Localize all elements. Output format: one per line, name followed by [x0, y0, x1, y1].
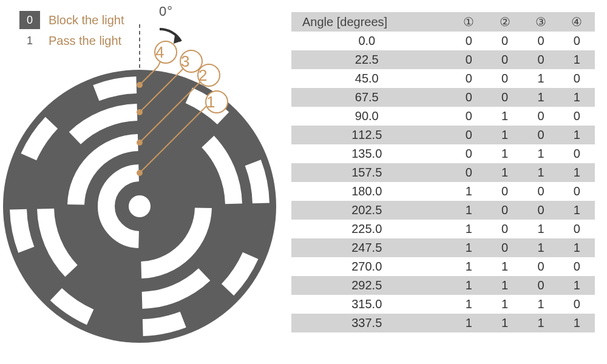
cell-c1: 0 [451, 144, 487, 163]
cell-c3: 0 [523, 126, 558, 144]
cell-c3: 1 [523, 238, 558, 257]
encoder-diagram-pane: 0 Block the light 1 Pass the light 0° [0, 0, 291, 364]
cell-c1: 0 [451, 69, 487, 88]
cell-c2: 1 [487, 276, 523, 295]
cell-c1: 1 [451, 238, 487, 257]
cell-angle: 225.0 [291, 220, 451, 238]
table-row: 67.50011 [291, 88, 595, 107]
truth-table-pane: Angle [degrees] ① ② ③ ④ 0.0000022.500014… [291, 0, 607, 364]
table-row: 0.00000 [291, 32, 595, 50]
cell-c2: 1 [487, 163, 523, 182]
cell-angle: 112.5 [291, 126, 451, 144]
encoder-disk [3, 55, 276, 343]
table-row: 292.51101 [291, 276, 595, 295]
cell-angle: 202.5 [291, 201, 451, 220]
cell-angle: 90.0 [291, 107, 451, 126]
cell-c4: 0 [559, 107, 595, 126]
cell-angle: 157.5 [291, 163, 451, 182]
table-row: 225.01010 [291, 220, 595, 238]
cell-c3: 0 [523, 276, 558, 295]
cell-c2: 0 [487, 220, 523, 238]
cell-c4: 1 [559, 50, 595, 69]
track-label-3: 3 [180, 50, 203, 73]
cell-angle: 0.0 [291, 32, 451, 50]
table-row: 315.01110 [291, 295, 595, 314]
cell-c1: 0 [451, 126, 487, 144]
cell-c4: 0 [559, 144, 595, 163]
th-c2: ② [487, 12, 523, 32]
zero-degree-label: 0° [159, 4, 173, 19]
th-c4: ④ [559, 12, 595, 32]
slot-track-4 [18, 209, 26, 249]
cell-c2: 0 [487, 201, 523, 220]
track-label-4: 4 [154, 41, 177, 64]
table-row: 90.00100 [291, 107, 595, 126]
cell-c1: 1 [451, 295, 487, 314]
cell-c3: 0 [523, 182, 558, 201]
cell-c4: 0 [559, 32, 595, 50]
cell-c3: 1 [523, 314, 558, 332]
cell-angle: 270.0 [291, 257, 451, 276]
cell-c2: 1 [487, 144, 523, 163]
table-row: 45.00010 [291, 69, 595, 88]
cell-c4: 1 [559, 238, 595, 257]
cell-c1: 1 [451, 220, 487, 238]
cell-c3: 1 [523, 163, 558, 182]
cell-c2: 1 [487, 314, 523, 332]
cell-angle: 315.0 [291, 295, 451, 314]
slot-track-4 [143, 320, 183, 328]
cell-c1: 1 [451, 314, 487, 332]
table-row: 22.50001 [291, 50, 595, 69]
disk-center-hole [129, 195, 151, 217]
cell-c4: 0 [559, 182, 595, 201]
cell-c2: 0 [487, 182, 523, 201]
cell-c2: 0 [487, 69, 523, 88]
cell-c1: 0 [451, 163, 487, 182]
cell-angle: 45.0 [291, 69, 451, 88]
cell-c1: 0 [451, 88, 487, 107]
cell-c1: 0 [451, 107, 487, 126]
cell-c3: 0 [523, 32, 558, 50]
table-row: 157.50111 [291, 163, 595, 182]
table-header-row: Angle [degrees] ① ② ③ ④ [291, 12, 595, 32]
table-row: 202.51001 [291, 201, 595, 220]
cell-c1: 1 [451, 276, 487, 295]
cell-angle: 180.0 [291, 182, 451, 201]
slot-track-4 [253, 163, 261, 203]
cell-c2: 1 [487, 295, 523, 314]
cell-c4: 1 [559, 314, 595, 332]
table-row: 247.51011 [291, 238, 595, 257]
cell-c3: 1 [523, 220, 558, 238]
cell-c2: 0 [487, 88, 523, 107]
slot-track-4 [96, 85, 136, 93]
cell-c1: 0 [451, 50, 487, 69]
cell-c4: 1 [559, 201, 595, 220]
cell-c4: 1 [559, 276, 595, 295]
cell-c2: 1 [487, 257, 523, 276]
cell-angle: 67.5 [291, 88, 451, 107]
cell-c2: 1 [487, 107, 523, 126]
encoder-truth-table: Angle [degrees] ① ② ③ ④ 0.0000022.500014… [291, 12, 595, 332]
cell-c2: 0 [487, 50, 523, 69]
cell-c2: 0 [487, 238, 523, 257]
table-row: 135.00110 [291, 144, 595, 163]
cell-c4: 0 [559, 69, 595, 88]
cell-angle: 337.5 [291, 314, 451, 332]
cell-c2: 0 [487, 32, 523, 50]
cell-angle: 292.5 [291, 276, 451, 295]
th-c3: ③ [523, 12, 558, 32]
cell-c1: 1 [451, 201, 487, 220]
cell-c4: 0 [559, 220, 595, 238]
table-row: 337.51111 [291, 314, 595, 332]
cell-angle: 135.0 [291, 144, 451, 163]
cell-c4: 0 [559, 295, 595, 314]
th-c1: ① [451, 12, 487, 32]
cell-angle: 247.5 [291, 238, 451, 257]
table-row: 112.50101 [291, 126, 595, 144]
cell-c4: 1 [559, 126, 595, 144]
encoder-disk-svg: 1 2 3 4 [0, 24, 291, 364]
cell-c4: 0 [559, 257, 595, 276]
cell-c4: 1 [559, 163, 595, 182]
cell-c3: 0 [523, 107, 558, 126]
track-label-1: 1 [205, 90, 228, 113]
